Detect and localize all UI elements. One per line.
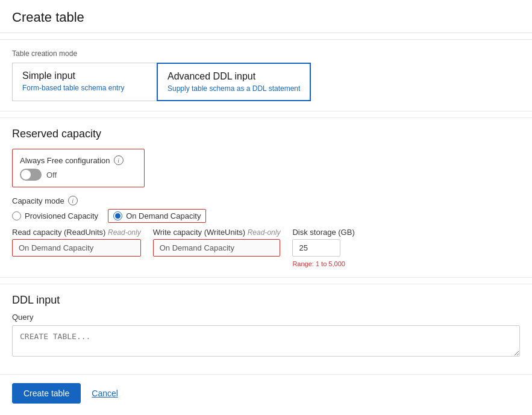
capacity-mode-header: Capacity mode i [12, 196, 520, 205]
simple-input-desc: Form-based table schema entry [22, 84, 147, 92]
reserved-capacity-title: Reserved capacity [12, 128, 520, 140]
read-capacity-input: On Demand Capacity [12, 239, 141, 257]
write-capacity-label: Write capacity (WriteUnits) Read-only [153, 228, 281, 237]
write-capacity-input: On Demand Capacity [153, 239, 281, 257]
always-free-label-row: Always Free configuration i [20, 155, 137, 165]
write-readonly-hint: Read-only [248, 228, 281, 237]
provisioned-radio[interactable] [12, 211, 21, 220]
read-capacity-label: Read capacity (ReadUnits) Read-only [12, 228, 141, 237]
advanced-ddl-desc: Supply table schema as a DDL statement [167, 84, 300, 93]
footer-actions: Create table Cancel [0, 374, 532, 412]
toggle-slider [20, 169, 42, 181]
reserved-capacity-section: Reserved capacity Always Free configurat… [0, 117, 532, 278]
simple-input-title: Simple input [22, 70, 147, 81]
always-free-label: Always Free configuration [20, 156, 110, 165]
disk-storage-field: Disk storage (GB) Range: 1 to 5,000 [292, 228, 354, 267]
page-header: Create table [0, 0, 532, 33]
always-free-box: Always Free configuration i Off [12, 149, 145, 187]
disk-storage-input[interactable] [292, 239, 340, 257]
table-mode-row: Simple input Form-based table schema ent… [12, 63, 520, 101]
toggle-off-label: Off [46, 170, 57, 179]
query-input[interactable] [12, 325, 520, 357]
advanced-ddl-card[interactable]: Advanced DDL input Supply table schema a… [157, 63, 311, 101]
query-label: Query [12, 313, 520, 322]
page-title: Create table [12, 10, 520, 25]
cancel-button[interactable]: Cancel [89, 384, 120, 403]
provisioned-label: Provisioned Capacity [25, 211, 98, 220]
capacity-fields-row: Read capacity (ReadUnits) Read-only On D… [12, 228, 520, 267]
read-readonly-hint: Read-only [108, 228, 141, 237]
simple-input-card[interactable]: Simple input Form-based table schema ent… [12, 63, 157, 101]
capacity-mode-label: Capacity mode [12, 196, 64, 205]
capacity-mode-info-icon[interactable]: i [68, 196, 78, 205]
on-demand-label: On Demand Capacity [126, 211, 201, 220]
ddl-section-title: DDL input [12, 294, 520, 307]
disk-storage-label: Disk storage (GB) [292, 228, 354, 237]
toggle-row: Off [20, 169, 137, 181]
advanced-ddl-title: Advanced DDL input [167, 71, 300, 82]
always-free-toggle[interactable] [20, 169, 42, 181]
provisioned-capacity-option[interactable]: Provisioned Capacity [12, 211, 98, 220]
always-free-info-icon[interactable]: i [114, 155, 124, 165]
on-demand-radio[interactable] [113, 211, 122, 220]
capacity-mode-radio-group: Provisioned Capacity On Demand Capacity [12, 209, 520, 223]
read-capacity-field: Read capacity (ReadUnits) Read-only On D… [12, 228, 141, 257]
create-table-button[interactable]: Create table [12, 383, 81, 404]
disk-range-hint: Range: 1 to 5,000 [292, 260, 354, 267]
on-demand-capacity-option[interactable]: On Demand Capacity [108, 209, 206, 223]
capacity-mode-section: Capacity mode i Provisioned Capacity On … [12, 196, 520, 223]
table-creation-mode-label: Table creation mode [12, 49, 520, 58]
ddl-input-section: DDL input Query [0, 284, 532, 368]
write-capacity-field: Write capacity (WriteUnits) Read-only On… [153, 228, 281, 257]
table-creation-mode-section: Table creation mode Simple input Form-ba… [0, 39, 532, 111]
